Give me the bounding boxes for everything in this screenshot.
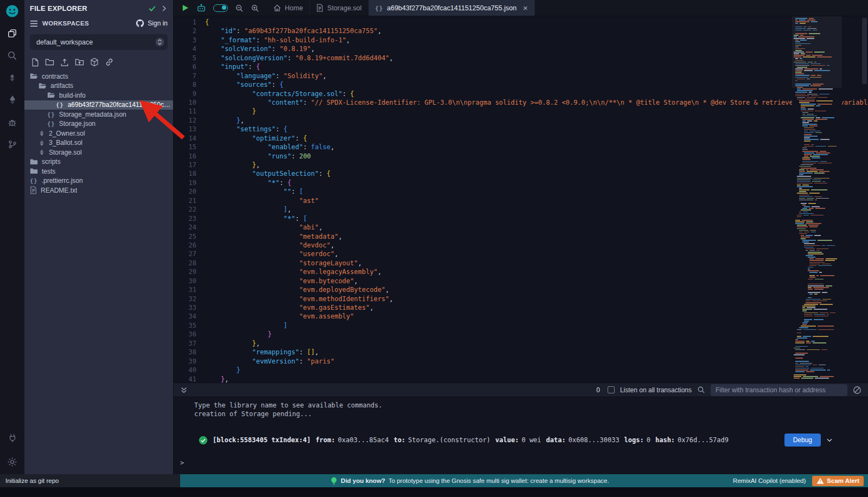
code-line[interactable]: 31 "evm.deployedBytecode", xyxy=(174,285,868,294)
tree-item-contracts[interactable]: contracts xyxy=(24,72,173,81)
code-line[interactable]: 4 "solcVersion": "0.8.19", xyxy=(174,44,868,53)
code-line[interactable]: 29 "evm.legacyAssembly", xyxy=(174,267,868,276)
code-line[interactable]: 19 "*": { xyxy=(174,179,868,187)
minimap[interactable] xyxy=(792,16,842,383)
editor-mode-toggle[interactable] xyxy=(213,4,228,12)
tree-item-storage-metadata-json[interactable]: {}Storage_metadata.json xyxy=(24,110,173,119)
new-folder-button[interactable] xyxy=(45,58,54,66)
remix-logo-button[interactable] xyxy=(4,3,21,19)
scam-alert-badge[interactable]: Scam Alert xyxy=(812,476,864,486)
code-line[interactable]: 13 "settings": { xyxy=(174,125,868,133)
upload-file-button[interactable] xyxy=(60,58,69,67)
code-line[interactable]: 27 "userdoc", xyxy=(174,250,868,258)
tree-item-prettierrc-json[interactable]: {}.prettierrc.json xyxy=(24,176,173,186)
publish-gist-button[interactable] xyxy=(90,58,99,67)
settings-button[interactable] xyxy=(4,454,21,470)
code-line[interactable]: 17 }, xyxy=(174,161,868,169)
deploy-and-run-button[interactable] xyxy=(4,92,21,108)
upload-folder-button[interactable] xyxy=(75,58,84,66)
code-line[interactable]: 33 "evm.gasEstimates", xyxy=(174,303,868,312)
close-tab-icon[interactable]: × xyxy=(523,4,528,12)
sign-in-button[interactable]: Sign in xyxy=(136,19,168,28)
code-line[interactable]: 7 "language": "Solidity", xyxy=(174,72,868,80)
code-line[interactable]: 32 "evm.methodIdentifiers", xyxy=(174,295,868,303)
editor-scrollbar[interactable] xyxy=(862,18,867,84)
code-line[interactable]: 37 }, xyxy=(174,339,868,348)
terminal-prompt[interactable]: > xyxy=(180,459,184,467)
code-line[interactable]: 41 }, xyxy=(174,375,868,383)
workspace-select[interactable]: default_workspace xyxy=(30,34,168,50)
code-line[interactable]: 8 "sources": { xyxy=(174,80,868,89)
tree-item-storage-sol[interactable]: Storage.sol xyxy=(24,148,173,157)
code-line[interactable]: 28 "storageLayout", xyxy=(174,259,868,267)
git-button[interactable] xyxy=(4,136,21,152)
tree-item-readme-txt[interactable]: README.txt xyxy=(24,186,173,195)
code-line[interactable]: 26 "devdoc", xyxy=(174,241,868,250)
editor[interactable]: 1{2 "id": "a69b43f277ba20fcac141151250ca… xyxy=(174,16,868,383)
search-button[interactable] xyxy=(4,47,21,63)
code-line[interactable]: 40 } xyxy=(174,366,868,374)
code-line[interactable]: 9 "contracts/Storage.sol": { xyxy=(174,90,868,98)
code-line[interactable]: 1{ xyxy=(174,18,868,27)
tree-item-storage-json[interactable]: {}Storage.json xyxy=(24,119,173,129)
tree-item-2-owner-sol[interactable]: 2_Owner.sol xyxy=(24,129,173,138)
solidity-compiler-button[interactable] xyxy=(4,69,21,86)
tab-a69b43f277ba20fcac141151250ca755-json[interactable]: {}a69b43f277ba20fcac141151250ca755.json× xyxy=(369,0,535,16)
workspaces-menu-icon[interactable] xyxy=(30,20,38,27)
code-line[interactable]: 35 ] xyxy=(174,321,868,330)
code-line[interactable]: 24 "abi", xyxy=(174,223,868,232)
tab-storage-sol[interactable]: Storage.sol xyxy=(310,0,368,16)
code-line[interactable]: 22 ], xyxy=(174,205,868,214)
tree-item-build-info[interactable]: build-info xyxy=(24,91,173,100)
git-status-item[interactable]: Initialize as git repo xyxy=(0,474,180,487)
tree-item-artifacts[interactable]: artifacts xyxy=(24,81,173,91)
code-line[interactable]: 10 "content": "// SPDX-License-Identifie… xyxy=(174,98,868,107)
transaction-log-row[interactable]: [block:5583405 txIndex:4]from:0xa03...85… xyxy=(174,431,868,449)
listen-transactions-label[interactable]: Listen on all transactions xyxy=(620,386,692,394)
tree-item-3-ballot-sol[interactable]: 3_Ballot.sol xyxy=(24,138,173,148)
new-file-button[interactable] xyxy=(31,58,39,67)
zoom-in-button[interactable] xyxy=(251,4,259,12)
expand-transaction-icon[interactable] xyxy=(826,436,833,444)
code-line[interactable]: 5 "solcLongVersion": "0.8.19+commit.7dd6… xyxy=(174,54,868,62)
code-line[interactable]: 3 "_format": "hh-sol-build-info-1", xyxy=(174,36,868,44)
code-line[interactable]: 12 }, xyxy=(174,116,868,125)
tab-home[interactable]: Home xyxy=(267,0,310,16)
code-line[interactable]: 11 } xyxy=(174,107,868,116)
debug-button[interactable]: Debug xyxy=(784,434,821,447)
sol-icon xyxy=(39,129,45,137)
code-line[interactable]: 39 "evmVersion": "paris" xyxy=(174,357,868,366)
link-button[interactable] xyxy=(105,58,114,67)
clear-console-icon[interactable] xyxy=(853,386,861,394)
plugin-manager-button[interactable] xyxy=(4,430,21,446)
code-line[interactable]: 18 "outputSelection": { xyxy=(174,169,868,178)
chevron-right-icon[interactable] xyxy=(161,5,168,12)
code-line[interactable]: 25 "metadata", xyxy=(174,232,868,241)
run-script-button[interactable] xyxy=(181,4,189,12)
code-line[interactable]: 14 "optimizer": { xyxy=(174,134,868,143)
code-line[interactable]: 6 "input": { xyxy=(174,62,868,71)
code-line[interactable]: 23 "*": [ xyxy=(174,214,868,223)
code-line[interactable]: 2 "id": "a69b43f277ba20fcac141151250ca75… xyxy=(174,27,868,35)
code-line[interactable]: 16 "runs": 200 xyxy=(174,152,868,161)
code-line[interactable]: 15 "enabled": false, xyxy=(174,143,868,151)
code-line[interactable]: 34 "evm.assembly" xyxy=(174,312,868,321)
code-line[interactable]: 20 "": [ xyxy=(174,187,868,196)
tree-item-tests[interactable]: tests xyxy=(24,167,173,176)
tree-item-scripts[interactable]: scripts xyxy=(24,157,173,167)
code-line[interactable]: 21 "ast" xyxy=(174,196,868,205)
file-explorer-button[interactable] xyxy=(4,25,21,41)
code-line[interactable]: 38 "remappings": [], xyxy=(174,348,868,356)
tree-item-a69b43f277ba20fcac141151250ca7[interactable]: {}a69b43f277ba20fcac141151250ca7... xyxy=(24,100,173,110)
terminal[interactable]: Type the library name to see available c… xyxy=(174,397,868,474)
toggle-terminal-icon[interactable] xyxy=(180,386,188,394)
listen-transactions-checkbox[interactable] xyxy=(608,386,615,393)
zoom-out-button[interactable] xyxy=(235,4,244,12)
debugger-button[interactable] xyxy=(4,114,21,130)
transaction-filter-input[interactable] xyxy=(711,384,847,396)
line-number: 19 xyxy=(174,179,205,187)
code-line[interactable]: 36 } xyxy=(174,330,868,339)
copilot-status[interactable]: RemixAI Copilot (enabled) xyxy=(733,477,806,484)
remix-ai-button[interactable] xyxy=(196,4,206,12)
code-line[interactable]: 30 "evm.bytecode", xyxy=(174,277,868,285)
